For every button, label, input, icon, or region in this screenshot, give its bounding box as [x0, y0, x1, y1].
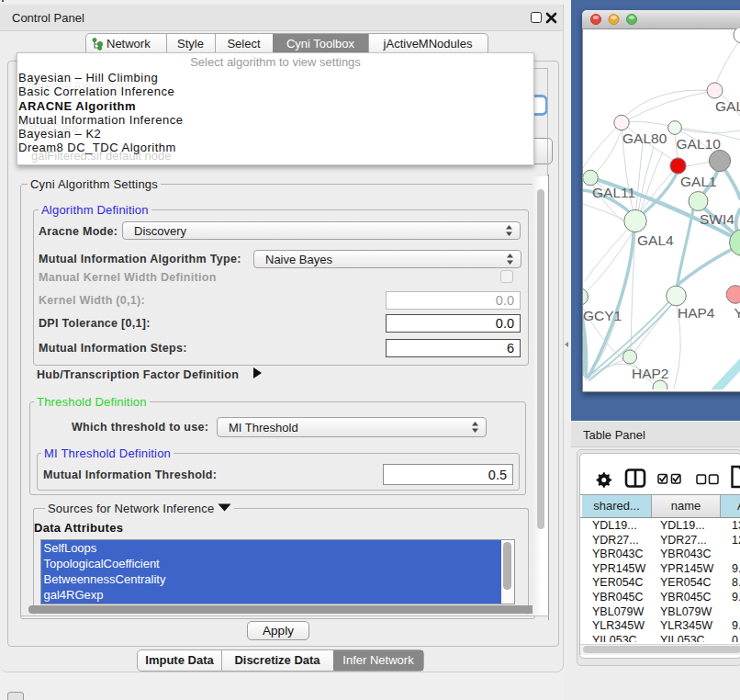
svg-text:HAP4: HAP4	[678, 305, 715, 321]
svg-text:GAL4: GAL4	[637, 232, 674, 248]
svg-text:GCY1: GCY1	[583, 308, 622, 323]
svg-text:GAL80: GAL80	[622, 130, 667, 146]
svg-text:GAL: GAL	[715, 98, 740, 114]
svg-text:SWI4: SWI4	[700, 211, 734, 227]
svg-text:GAL11: GAL11	[592, 185, 635, 200]
svg-text:Y: Y	[734, 305, 740, 321]
svg-text:HAP2: HAP2	[632, 366, 669, 381]
svg-text:GAL10: GAL10	[677, 136, 722, 152]
svg-text:GAL1: GAL1	[680, 174, 717, 189]
